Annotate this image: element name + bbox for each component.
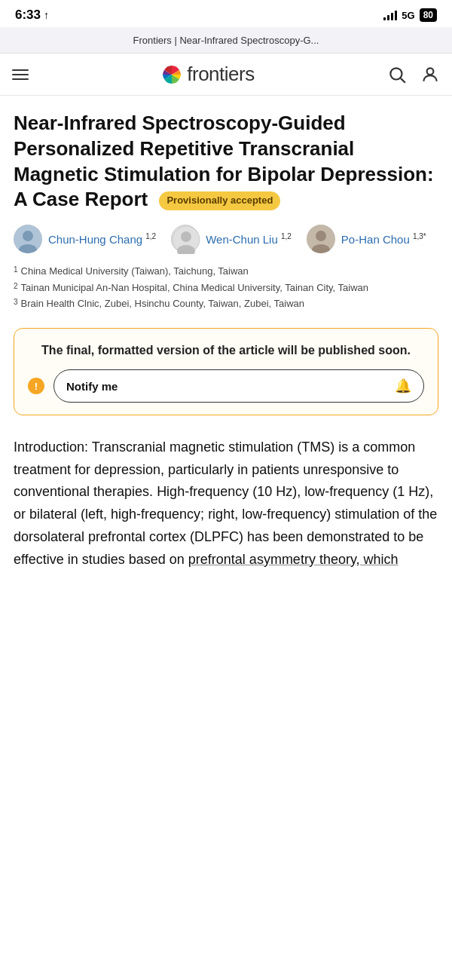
author-item[interactable]: Chun-Hung Chang 1,2 (14, 225, 156, 253)
provisionally-accepted-badge: Provisionally accepted (159, 191, 280, 210)
svg-point-7 (181, 231, 191, 242)
search-icon[interactable] (387, 65, 407, 84)
svg-point-4 (23, 231, 33, 241)
site-header: frontiers (0, 54, 452, 96)
affiliations-section: 1 China Medical University (Taiwan), Tai… (14, 264, 438, 311)
notify-me-button[interactable]: Notify me 🔔 (53, 369, 424, 403)
hamburger-menu-button[interactable] (12, 69, 29, 80)
affiliation-item: 2 Tainan Municipal An-Nan Hospital, Chin… (14, 280, 438, 296)
logo-text: frontiers (187, 63, 254, 86)
location-arrow-icon: ↑ (44, 9, 49, 21)
author-name: Wen-Chun Liu 1,2 (206, 232, 292, 246)
article-title: Near-Infrared Spectroscopy-Guided Person… (14, 111, 438, 213)
author-name: Chun-Hung Chang 1,2 (48, 232, 156, 246)
warning-icon: ! (28, 378, 44, 394)
browser-url: Frontiers | Near-Infrared Spectroscopy-G… (133, 35, 319, 46)
author-item[interactable]: Wen-Chun Liu 1,2 (171, 225, 292, 253)
frontiers-logo-icon (161, 64, 182, 85)
browser-bar[interactable]: Frontiers | Near-Infrared Spectroscopy-G… (0, 27, 452, 54)
time-display: 6:33 (15, 8, 41, 23)
svg-point-0 (390, 68, 402, 79)
status-bar: 6:33 ↑ 5G 80 (0, 0, 452, 27)
affiliation-text: Brain Health Clnic, Zubei, Hsinchu Count… (21, 296, 304, 311)
network-label: 5G (402, 10, 414, 21)
authors-section: Chun-Hung Chang 1,2 Wen-Chun Liu 1,2 (14, 225, 438, 253)
affiliation-text: China Medical University (Taiwan), Taich… (21, 264, 249, 279)
abstract-section: Introduction: Transcranial magnetic stim… (14, 436, 438, 571)
status-right: 5G 80 (383, 8, 437, 22)
svg-line-1 (401, 78, 405, 82)
notice-footer: ! Notify me 🔔 (28, 369, 424, 403)
author-avatar (307, 225, 335, 253)
affiliation-item: 1 China Medical University (Taiwan), Tai… (14, 264, 438, 279)
status-time: 6:33 ↑ (15, 8, 49, 23)
header-icons (387, 65, 440, 84)
notice-text: The final, formatted version of the arti… (28, 342, 424, 359)
notice-box: The final, formatted version of the arti… (14, 328, 438, 415)
affiliation-item: 3 Brain Health Clnic, Zubei, Hsinchu Cou… (14, 296, 438, 311)
main-content: Near-Infrared Spectroscopy-Guided Person… (0, 96, 452, 586)
notify-button-label: Notify me (66, 380, 118, 393)
abstract-text: Introduction: Transcranial magnetic stim… (14, 436, 438, 571)
author-avatar-placeholder (171, 225, 200, 253)
author-avatar (14, 225, 42, 253)
signal-bars-icon (383, 10, 397, 20)
battery-indicator: 80 (420, 8, 437, 22)
underlined-text: prefrontal asymmetry theory, which (188, 552, 399, 567)
svg-point-2 (427, 68, 434, 75)
author-item[interactable]: Po-Han Chou 1,3* (307, 225, 426, 253)
bell-icon: 🔔 (395, 378, 411, 394)
profile-icon[interactable] (420, 65, 440, 84)
logo-area[interactable]: frontiers (161, 63, 254, 86)
svg-point-10 (316, 231, 326, 241)
affiliation-text: Tainan Municipal An-Nan Hospital, China … (21, 280, 368, 296)
author-name: Po-Han Chou 1,3* (341, 232, 426, 246)
